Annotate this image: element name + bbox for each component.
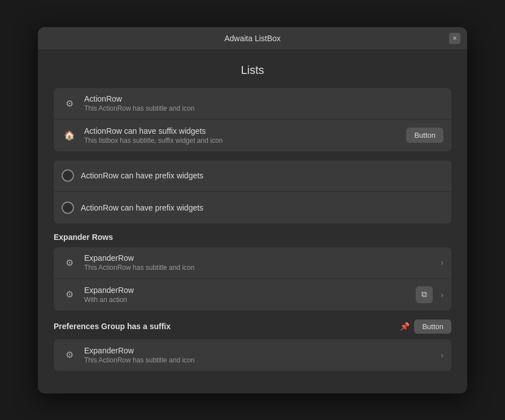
prefs-group-label: Preferences Group has a suffix bbox=[54, 322, 400, 331]
gear-icon: ⚙ bbox=[62, 255, 77, 270]
row-title: ExpanderRow bbox=[84, 286, 416, 295]
row-subtitle: This ActionRow has subtitle and icon bbox=[84, 264, 436, 272]
window-title: Adwaita ListBox bbox=[224, 34, 281, 43]
list-group-2: ActionRow can have prefix widgets Action… bbox=[54, 160, 451, 224]
chevron-right-icon: › bbox=[441, 258, 443, 267]
prefs-group-button[interactable]: Button bbox=[414, 320, 451, 334]
row-title: ExpanderRow bbox=[84, 253, 436, 262]
chevron-right-icon: › bbox=[441, 351, 443, 360]
list-item[interactable]: ActionRow can have prefix widgets bbox=[54, 160, 451, 192]
row-subtitle: This ActionRow has subtitle and icon bbox=[84, 356, 436, 364]
expander-section-label: Expander Rows bbox=[54, 233, 451, 242]
row-title: ActionRow can have suffix widgets bbox=[84, 126, 400, 135]
row-text-pref1: ExpanderRow This ActionRow has subtitle … bbox=[84, 346, 436, 364]
row-subtitle: This listbox has subtitle, suffix widget… bbox=[84, 137, 400, 145]
row-title: ActionRow can have prefix widgets bbox=[81, 171, 443, 180]
row-title: ActionRow can have prefix widgets bbox=[81, 203, 443, 212]
radio-button[interactable] bbox=[62, 169, 74, 182]
prefs-group-header: Preferences Group has a suffix 📌 Button bbox=[54, 320, 451, 334]
radio-button[interactable] bbox=[62, 202, 74, 214]
row-subtitle: This ActionRow has subtitle and icon bbox=[84, 104, 443, 112]
content-area: Lists ⚙ ActionRow This ActionRow has sub… bbox=[38, 50, 467, 393]
copy-button[interactable]: ⧉ bbox=[416, 286, 433, 303]
titlebar: Adwaita ListBox × bbox=[38, 27, 467, 50]
suffix-button[interactable]: Button bbox=[406, 128, 443, 143]
gear-icon: ⚙ bbox=[62, 347, 77, 363]
gear-icon: ⚙ bbox=[62, 287, 77, 303]
row-subtitle: With an action bbox=[84, 296, 416, 304]
row-text-exp2: ExpanderRow With an action bbox=[84, 286, 416, 304]
list-item[interactable]: ActionRow can have prefix widgets bbox=[54, 192, 451, 224]
expander-row-1[interactable]: ⚙ ExpanderRow This ActionRow has subtitl… bbox=[54, 247, 451, 279]
expander-group: ⚙ ExpanderRow This ActionRow has subtitl… bbox=[54, 247, 451, 310]
prefs-group-suffix: 📌 Button bbox=[400, 320, 451, 334]
home-icon: 🏠 bbox=[62, 128, 77, 143]
row-title: ExpanderRow bbox=[84, 346, 436, 355]
row-suffix: Button bbox=[406, 128, 443, 143]
pref-expander-row[interactable]: ⚙ ExpanderRow This ActionRow has subtitl… bbox=[54, 339, 451, 371]
list-item[interactable]: 🏠 ActionRow can have suffix widgets This… bbox=[54, 120, 451, 151]
list-group-1: ⚙ ActionRow This ActionRow has subtitle … bbox=[54, 88, 451, 151]
row-text-4: ActionRow can have prefix widgets bbox=[81, 203, 443, 212]
close-button[interactable]: × bbox=[449, 33, 460, 44]
expander-row-2[interactable]: ⚙ ExpanderRow With an action ⧉ › bbox=[54, 279, 451, 310]
main-window: Adwaita ListBox × Lists ⚙ ActionRow This… bbox=[38, 27, 467, 393]
pin-icon: 📌 bbox=[400, 322, 410, 331]
row-text-1: ActionRow This ActionRow has subtitle an… bbox=[84, 94, 443, 112]
row-title: ActionRow bbox=[84, 94, 443, 103]
list-item[interactable]: ⚙ ActionRow This ActionRow has subtitle … bbox=[54, 88, 451, 120]
row-text-exp1: ExpanderRow This ActionRow has subtitle … bbox=[84, 253, 436, 272]
row-text-3: ActionRow can have prefix widgets bbox=[81, 171, 443, 180]
gear-icon: ⚙ bbox=[62, 95, 77, 111]
chevron-right-icon: › bbox=[441, 290, 443, 299]
prefs-group: ⚙ ExpanderRow This ActionRow has subtitl… bbox=[54, 339, 451, 371]
row-text-2: ActionRow can have suffix widgets This l… bbox=[84, 126, 400, 145]
main-section-title: Lists bbox=[54, 64, 451, 77]
